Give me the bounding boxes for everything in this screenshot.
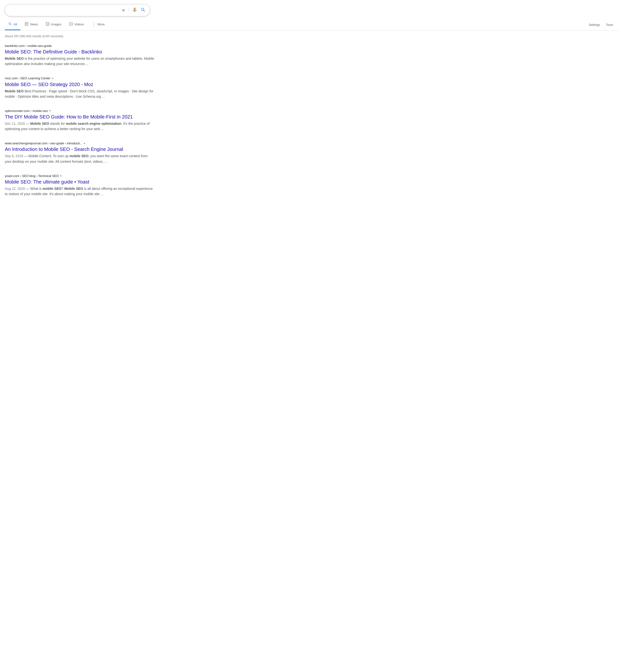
tab-news[interactable]: News [21,19,41,30]
result-url-line: optinmonster.com › mobile-seo ▾ [5,109,155,113]
tabs-container: All News Images [0,19,619,30]
tab-news-label: News [30,22,38,26]
result-snippet: Mobile SEO Best Practices · Page speed ·… [5,88,155,99]
tabs-left: All News Images [5,19,108,30]
dropdown-arrow-icon[interactable]: ▾ [84,142,85,145]
mic-icon[interactable] [132,7,137,13]
tab-videos-label: Videos [74,22,84,26]
result-url-line: moz.com › SEO Learning Center ▾ [5,76,155,80]
table-row: moz.com › SEO Learning Center ▾ Mobile S… [5,71,155,104]
results-container: backlinko.com › mobile-seo-guide Mobile … [0,39,619,201]
tabs-right: Settings Tools [588,20,614,29]
results-info: About 397,000,000 results (0.60 seconds) [0,30,619,39]
clear-icon[interactable]: ✕ [122,8,125,13]
search-bar-container: mobile seo ✕ [0,0,619,19]
tab-videos[interactable]: Videos [66,19,87,30]
search-input[interactable]: mobile seo [9,8,122,13]
search-bar: mobile seo ✕ [5,4,150,16]
tab-more[interactable]: ⋮ More [88,19,108,30]
images-icon [46,22,50,26]
result-url-line: yoast.com › SEO blog › Technical SEO ▾ [5,174,155,178]
table-row: optinmonster.com › mobile-seo ▾ The DIY … [5,104,155,136]
result-url-line: backlinko.com › mobile-seo-guide [5,44,155,48]
table-row: www.searchenginejournal.com › seo-guide … [5,136,155,169]
result-snippet: Dec 11, 2020 — Mobile SEO stands for mob… [5,121,155,132]
tab-all[interactable]: All [5,19,20,30]
all-search-icon [8,22,12,26]
dropdown-arrow-icon[interactable]: ▾ [60,174,62,178]
result-title[interactable]: Mobile SEO: The ultimate guide • Yoast [5,179,155,185]
tab-images[interactable]: Images [42,19,65,30]
settings-link[interactable]: Settings [588,20,601,29]
result-title[interactable]: Mobile SEO: The Definitive Guide - Backl… [5,49,155,55]
tab-more-label: More [97,22,105,26]
result-url: backlinko.com › mobile-seo-guide [5,44,52,48]
dropdown-arrow-icon[interactable]: ▾ [52,77,54,80]
table-row: yoast.com › SEO blog › Technical SEO ▾ M… [5,169,155,201]
tools-link[interactable]: Tools [605,20,614,29]
result-url: optinmonster.com › mobile-seo [5,109,48,113]
result-title[interactable]: An Introduction to Mobile SEO - Search E… [5,146,155,152]
result-title[interactable]: The DIY Mobile SEO Guide: How to Be Mobi… [5,114,155,120]
dropdown-arrow-icon[interactable]: ▾ [49,109,51,113]
result-snippet: Sep 6, 2018 — Mobile Content. To sum up … [5,153,155,164]
result-url-line: www.searchenginejournal.com › seo-guide … [5,141,155,146]
table-row: backlinko.com › mobile-seo-guide Mobile … [5,39,155,71]
search-bar-icons: ✕ [122,7,146,13]
vertical-divider [129,7,129,13]
more-icon: ⋮ [92,22,96,26]
svg-marker-7 [71,23,72,24]
result-snippet: Aug 12, 2020 — What is mobile SEO? Mobil… [5,186,155,197]
svg-point-5 [47,23,47,24]
result-url: www.searchenginejournal.com › seo-guide … [5,141,82,146]
result-snippet: Mobile SEO is the practice of optimizing… [5,56,155,67]
search-submit-icon[interactable] [140,7,146,13]
tab-images-label: Images [51,22,61,26]
result-title[interactable]: Mobile SEO — SEO Strategy 2020 - Moz [5,81,155,87]
tab-all-label: All [13,22,17,26]
result-url: yoast.com › SEO blog › Technical SEO [5,174,59,178]
news-icon [25,22,28,26]
videos-icon [69,22,73,26]
result-url: moz.com › SEO Learning Center [5,76,51,80]
